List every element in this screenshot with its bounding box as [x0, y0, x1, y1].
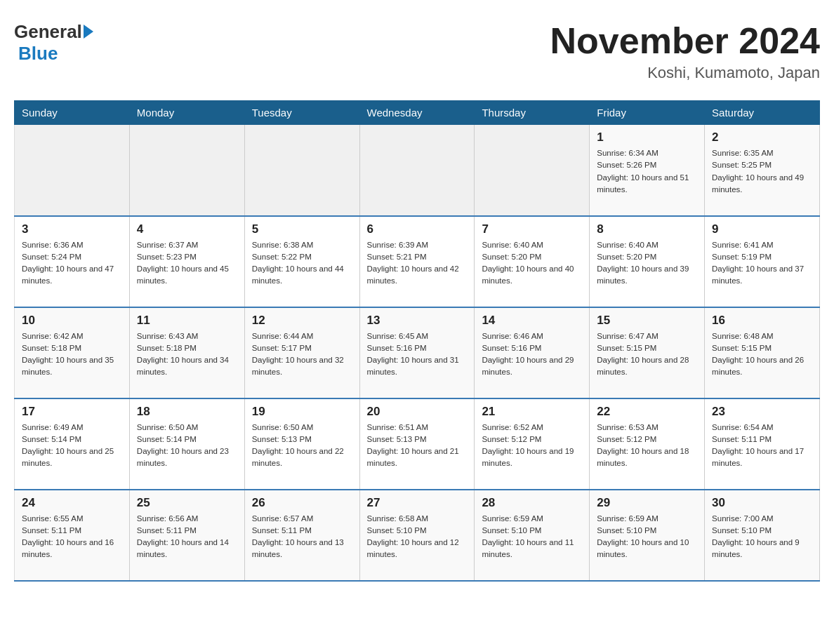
day-number: 26 — [252, 496, 352, 510]
day-info: Sunrise: 6:50 AMSunset: 5:14 PMDaylight:… — [137, 422, 237, 470]
calendar-cell — [475, 125, 590, 216]
calendar-cell: 18Sunrise: 6:50 AMSunset: 5:14 PMDayligh… — [129, 398, 244, 490]
weekday-header-thursday: Thursday — [475, 101, 590, 125]
week-row-1: 1Sunrise: 6:34 AMSunset: 5:26 PMDaylight… — [15, 125, 820, 216]
day-number: 21 — [482, 405, 582, 419]
weekday-header-sunday: Sunday — [15, 101, 130, 125]
day-number: 5 — [252, 222, 352, 236]
day-info: Sunrise: 6:49 AMSunset: 5:14 PMDaylight:… — [22, 422, 122, 470]
weekday-header-row: SundayMondayTuesdayWednesdayThursdayFrid… — [15, 101, 820, 125]
day-info: Sunrise: 6:57 AMSunset: 5:11 PMDaylight:… — [252, 513, 352, 561]
day-number: 14 — [482, 314, 582, 328]
day-info: Sunrise: 6:45 AMSunset: 5:16 PMDaylight:… — [367, 330, 468, 379]
calendar-cell — [359, 125, 475, 216]
calendar-cell: 7Sunrise: 6:40 AMSunset: 5:20 PMDaylight… — [475, 216, 590, 307]
weekday-header-friday: Friday — [590, 101, 705, 125]
day-info: Sunrise: 6:40 AMSunset: 5:20 PMDaylight:… — [597, 239, 697, 288]
page-header: General Blue November 2024 Koshi, Kumamo… — [14, 14, 820, 89]
day-number: 3 — [22, 222, 122, 236]
calendar-cell: 4Sunrise: 6:37 AMSunset: 5:23 PMDaylight… — [129, 216, 244, 307]
day-info: Sunrise: 6:48 AMSunset: 5:15 PMDaylight:… — [712, 330, 812, 379]
calendar-cell: 20Sunrise: 6:51 AMSunset: 5:13 PMDayligh… — [359, 398, 475, 490]
day-info: Sunrise: 7:00 AMSunset: 5:10 PMDaylight:… — [712, 513, 812, 561]
day-number: 8 — [597, 222, 697, 236]
day-info: Sunrise: 6:36 AMSunset: 5:24 PMDaylight:… — [22, 239, 122, 288]
calendar-cell: 21Sunrise: 6:52 AMSunset: 5:12 PMDayligh… — [475, 398, 590, 490]
day-info: Sunrise: 6:37 AMSunset: 5:23 PMDaylight:… — [137, 239, 237, 288]
day-info: Sunrise: 6:58 AMSunset: 5:10 PMDaylight:… — [367, 513, 468, 561]
week-row-2: 3Sunrise: 6:36 AMSunset: 5:24 PMDaylight… — [15, 216, 820, 307]
calendar-cell: 15Sunrise: 6:47 AMSunset: 5:15 PMDayligh… — [590, 307, 705, 398]
day-number: 22 — [597, 405, 697, 419]
day-info: Sunrise: 6:59 AMSunset: 5:10 PMDaylight:… — [597, 513, 697, 561]
day-number: 23 — [712, 405, 812, 419]
day-number: 25 — [137, 496, 237, 510]
calendar-cell: 19Sunrise: 6:50 AMSunset: 5:13 PMDayligh… — [244, 398, 359, 490]
calendar-cell: 30Sunrise: 7:00 AMSunset: 5:10 PMDayligh… — [705, 490, 820, 581]
day-number: 27 — [367, 496, 468, 510]
calendar-cell: 25Sunrise: 6:56 AMSunset: 5:11 PMDayligh… — [129, 490, 244, 581]
day-number: 7 — [482, 222, 582, 236]
day-info: Sunrise: 6:47 AMSunset: 5:15 PMDaylight:… — [597, 330, 697, 379]
day-number: 6 — [367, 222, 468, 236]
day-number: 29 — [597, 496, 697, 510]
day-number: 4 — [137, 222, 237, 236]
calendar-cell: 11Sunrise: 6:43 AMSunset: 5:18 PMDayligh… — [129, 307, 244, 398]
calendar-cell — [15, 125, 130, 216]
day-number: 17 — [22, 405, 122, 419]
calendar-cell: 22Sunrise: 6:53 AMSunset: 5:12 PMDayligh… — [590, 398, 705, 490]
calendar-cell — [244, 125, 359, 216]
calendar-cell: 1Sunrise: 6:34 AMSunset: 5:26 PMDaylight… — [590, 125, 705, 216]
calendar-cell: 8Sunrise: 6:40 AMSunset: 5:20 PMDaylight… — [590, 216, 705, 307]
weekday-header-saturday: Saturday — [705, 101, 820, 125]
day-info: Sunrise: 6:34 AMSunset: 5:26 PMDaylight:… — [597, 147, 697, 196]
calendar-cell: 9Sunrise: 6:41 AMSunset: 5:19 PMDaylight… — [705, 216, 820, 307]
month-title: November 2024 — [550, 21, 820, 61]
logo-blue-text: Blue — [18, 43, 58, 64]
calendar-table: SundayMondayTuesdayWednesdayThursdayFrid… — [14, 100, 820, 582]
day-info: Sunrise: 6:44 AMSunset: 5:17 PMDaylight:… — [252, 330, 352, 379]
day-number: 10 — [22, 314, 122, 328]
day-number: 19 — [252, 405, 352, 419]
calendar-cell: 16Sunrise: 6:48 AMSunset: 5:15 PMDayligh… — [705, 307, 820, 398]
logo-arrow-icon — [84, 25, 93, 39]
day-number: 1 — [597, 130, 697, 145]
day-info: Sunrise: 6:54 AMSunset: 5:11 PMDaylight:… — [712, 422, 812, 470]
day-number: 15 — [597, 314, 697, 328]
calendar-cell: 23Sunrise: 6:54 AMSunset: 5:11 PMDayligh… — [705, 398, 820, 490]
day-info: Sunrise: 6:42 AMSunset: 5:18 PMDaylight:… — [22, 330, 122, 379]
location-title: Koshi, Kumamoto, Japan — [550, 64, 820, 82]
calendar-cell: 27Sunrise: 6:58 AMSunset: 5:10 PMDayligh… — [359, 490, 475, 581]
day-number: 2 — [712, 130, 812, 145]
calendar-cell: 3Sunrise: 6:36 AMSunset: 5:24 PMDaylight… — [15, 216, 130, 307]
calendar-cell: 24Sunrise: 6:55 AMSunset: 5:11 PMDayligh… — [15, 490, 130, 581]
day-number: 16 — [712, 314, 812, 328]
calendar-cell — [129, 125, 244, 216]
calendar-cell: 17Sunrise: 6:49 AMSunset: 5:14 PMDayligh… — [15, 398, 130, 490]
day-number: 13 — [367, 314, 468, 328]
day-info: Sunrise: 6:39 AMSunset: 5:21 PMDaylight:… — [367, 239, 468, 288]
logo-general-text: General — [14, 21, 82, 43]
day-info: Sunrise: 6:35 AMSunset: 5:25 PMDaylight:… — [712, 147, 812, 196]
calendar-cell: 10Sunrise: 6:42 AMSunset: 5:18 PMDayligh… — [15, 307, 130, 398]
day-info: Sunrise: 6:38 AMSunset: 5:22 PMDaylight:… — [252, 239, 352, 288]
day-info: Sunrise: 6:43 AMSunset: 5:18 PMDaylight:… — [137, 330, 237, 379]
calendar-cell: 26Sunrise: 6:57 AMSunset: 5:11 PMDayligh… — [244, 490, 359, 581]
day-info: Sunrise: 6:41 AMSunset: 5:19 PMDaylight:… — [712, 239, 812, 288]
day-info: Sunrise: 6:55 AMSunset: 5:11 PMDaylight:… — [22, 513, 122, 561]
day-number: 20 — [367, 405, 468, 419]
day-info: Sunrise: 6:59 AMSunset: 5:10 PMDaylight:… — [482, 513, 582, 561]
week-row-3: 10Sunrise: 6:42 AMSunset: 5:18 PMDayligh… — [15, 307, 820, 398]
day-number: 9 — [712, 222, 812, 236]
calendar-cell: 2Sunrise: 6:35 AMSunset: 5:25 PMDaylight… — [705, 125, 820, 216]
weekday-header-wednesday: Wednesday — [359, 101, 475, 125]
weekday-header-monday: Monday — [129, 101, 244, 125]
calendar-cell: 12Sunrise: 6:44 AMSunset: 5:17 PMDayligh… — [244, 307, 359, 398]
week-row-4: 17Sunrise: 6:49 AMSunset: 5:14 PMDayligh… — [15, 398, 820, 490]
calendar-cell: 28Sunrise: 6:59 AMSunset: 5:10 PMDayligh… — [475, 490, 590, 581]
day-info: Sunrise: 6:56 AMSunset: 5:11 PMDaylight:… — [137, 513, 237, 561]
calendar-cell: 29Sunrise: 6:59 AMSunset: 5:10 PMDayligh… — [590, 490, 705, 581]
day-info: Sunrise: 6:51 AMSunset: 5:13 PMDaylight:… — [367, 422, 468, 470]
day-number: 11 — [137, 314, 237, 328]
calendar-cell: 5Sunrise: 6:38 AMSunset: 5:22 PMDaylight… — [244, 216, 359, 307]
